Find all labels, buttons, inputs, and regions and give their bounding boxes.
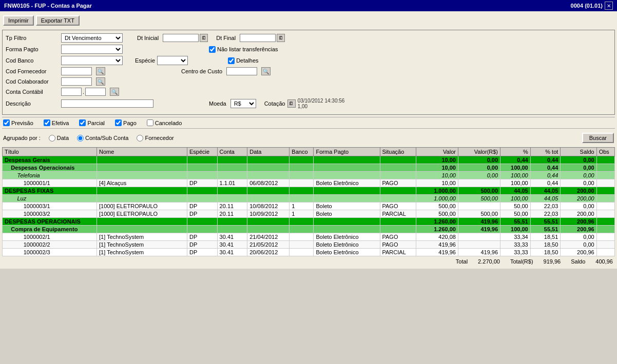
conta-contabil-inputs: . xyxy=(61,88,106,96)
table-header-row: Título Nome Espécie Conta Data Banco For… xyxy=(3,148,615,156)
group-fornecedor-radio[interactable] xyxy=(137,135,143,141)
cancelado-label: Cancelado xyxy=(155,120,182,126)
dt-inicial-input[interactable]: 03/09/2011 xyxy=(163,34,199,42)
conta-contabil-input1[interactable] xyxy=(61,88,82,96)
export-button[interactable]: Exportar TXT xyxy=(36,15,80,26)
col-valor: Valor xyxy=(416,148,458,156)
print-button[interactable]: Imprimir xyxy=(3,15,34,26)
descricao-label: Descrição xyxy=(6,100,57,107)
cod-banco-label: Cod Banco xyxy=(6,57,57,64)
main-container: Imprimir Exportar TXT Tp Filtro Dt Venci… xyxy=(0,11,617,269)
table-row: Telefonia10,000,00100,000,440,00 xyxy=(3,172,615,179)
dt-final-label: Dt Final xyxy=(216,35,236,41)
dt-final-input[interactable]: 03/10/2012 xyxy=(240,34,276,42)
pago-checkbox[interactable] xyxy=(115,119,122,126)
col-obs: Obs xyxy=(596,148,614,156)
filters-panel: Tp Filtro Dt Vencimento Dt Inicial 03/09… xyxy=(2,30,615,115)
title-bar-right: 0004 (01.01) ✕ xyxy=(571,2,613,10)
group-fornecedor-radio-group: Fornecedor xyxy=(137,135,173,141)
filter-row-7: Descrição Moeda R$ Cotação 🗓 03/10/2012 … xyxy=(6,98,611,109)
table-row: 1000003/2[1000] ELETROPAULODP20.1110/09/… xyxy=(3,210,615,218)
centro-custo-search[interactable]: 🔍 xyxy=(261,67,271,75)
conta-contabil-input2[interactable] xyxy=(85,88,106,96)
table-row: Despesas Gerais10,000,000,440,440,00 xyxy=(3,156,615,164)
pago-group: Pago xyxy=(115,119,137,126)
data-table: Título Nome Espécie Conta Data Banco For… xyxy=(2,147,615,256)
col-saldo: Saldo xyxy=(561,148,596,156)
close-button[interactable]: ✕ xyxy=(605,2,613,10)
dt-inicial-group: 03/09/2011 🗓 xyxy=(163,34,208,42)
table-row: DESPESAS FIXAS1.000,00500,0044,0544,0520… xyxy=(3,187,615,195)
cod-colaborador-search[interactable]: 🔍 xyxy=(96,77,105,86)
dt-final-calendar[interactable]: 🗓 xyxy=(277,34,285,42)
col-situacao: Situação xyxy=(380,148,416,156)
col-especie: Espécie xyxy=(187,148,217,156)
moeda-label: Moeda xyxy=(209,100,226,107)
filter-row-6: Conta Contábil . 🔍 xyxy=(6,88,611,96)
title-bar: FNW0105 - FUP - Contas a Pagar 0004 (01.… xyxy=(0,0,617,11)
col-pct: % xyxy=(500,148,531,156)
total-rs-value: 919,96 xyxy=(544,258,561,265)
cod-fornecedor-search[interactable]: 🔍 xyxy=(96,67,105,75)
tp-filtro-select[interactable]: Dt Vencimento xyxy=(61,33,123,43)
col-pct-tot: % tot xyxy=(530,148,561,156)
especie-label: Espécie xyxy=(135,57,155,64)
especie-group: Espécie xyxy=(135,56,188,65)
group-data-label: Data xyxy=(57,135,69,141)
cancelado-group: Cancelado xyxy=(147,119,182,126)
pago-label: Pago xyxy=(123,120,137,126)
filter-row-1: Tp Filtro Dt Vencimento Dt Inicial 03/09… xyxy=(6,33,611,43)
group-by-row: Agrupado por : Data Conta/Sub Conta Forn… xyxy=(2,131,615,145)
col-forma-pagto: Forma Pagto xyxy=(314,148,380,156)
detalhes-checkbox[interactable] xyxy=(228,57,235,64)
nao-listar-label: Não listar transferências xyxy=(217,46,278,52)
dt-inicial-calendar[interactable]: 🗓 xyxy=(200,34,208,42)
descricao-input[interactable] xyxy=(61,99,153,108)
table-body: Despesas Gerais10,000,000,440,440,00 Des… xyxy=(3,156,615,256)
app-title: FNW0105 - FUP - Contas a Pagar xyxy=(4,3,92,9)
cod-fornecedor-input[interactable] xyxy=(61,67,92,75)
forma-pagto-select[interactable] xyxy=(61,45,123,54)
filter-row-5: Cod Colaborador 🔍 xyxy=(6,77,611,86)
previsao-label: Previsão xyxy=(11,120,33,126)
filter-row-2: Forma Pagto Não listar transferências xyxy=(6,45,611,54)
group-conta-radio[interactable] xyxy=(77,135,84,141)
total-label: Total xyxy=(456,258,468,265)
parcial-label: Parcial xyxy=(87,120,105,126)
conta-contabil-label: Conta Contábil xyxy=(6,89,57,95)
conta-contabil-search[interactable]: 🔍 xyxy=(110,88,119,96)
previsao-group: Previsão xyxy=(3,119,33,126)
cod-banco-select[interactable] xyxy=(61,56,123,65)
centro-custo-input[interactable] xyxy=(226,67,257,75)
nao-listar-checkbox[interactable] xyxy=(209,46,216,53)
table-row: 1000001/1[4] AlcaçusDP1.1.0106/08/2012Bo… xyxy=(3,179,615,187)
data-table-container: Título Nome Espécie Conta Data Banco For… xyxy=(2,147,615,256)
cancelado-checkbox[interactable] xyxy=(147,119,153,126)
cotacao-label: Cotação xyxy=(264,100,285,107)
efetiva-group: Efetiva xyxy=(44,119,69,126)
col-nome: Nome xyxy=(97,148,187,156)
total-rs-label: Total(R$) xyxy=(510,258,533,265)
col-data: Data xyxy=(247,148,290,156)
dt-inicial-label: Dt Inicial xyxy=(137,35,159,41)
table-row: 1000002/2[1] TechnoSystemDP30.4121/05/20… xyxy=(3,241,615,249)
col-banco: Banco xyxy=(290,148,314,156)
totals-row: Total 2.270,00 Total(R$) 919,96 Saldo 40… xyxy=(2,256,615,267)
group-conta-label: Conta/Sub Conta xyxy=(85,135,128,141)
detalhes-group: Detalhes xyxy=(228,57,258,64)
parcial-checkbox[interactable] xyxy=(79,119,86,126)
col-valor-rs: Valor(R$) xyxy=(458,148,500,156)
efetiva-checkbox[interactable] xyxy=(44,119,50,126)
previsao-checkbox[interactable] xyxy=(3,119,10,126)
table-row: 1000002/3[1] TechnoSystemDP30.4120/06/20… xyxy=(3,249,615,256)
centro-custo-label: Centro de Custo xyxy=(181,68,222,74)
moeda-select[interactable]: R$ xyxy=(230,99,256,108)
buscar-button[interactable]: Buscar xyxy=(582,133,614,143)
cod-fornecedor-label: Cod Fornecedor xyxy=(6,68,57,74)
cotacao-calendar[interactable]: 🗓 xyxy=(287,99,296,108)
especie-select[interactable] xyxy=(157,56,188,65)
cotacao-value: 1,00 xyxy=(298,104,345,109)
cod-colaborador-input[interactable] xyxy=(61,77,92,86)
detalhes-label: Detalhes xyxy=(236,57,258,64)
group-data-radio[interactable] xyxy=(49,135,55,141)
